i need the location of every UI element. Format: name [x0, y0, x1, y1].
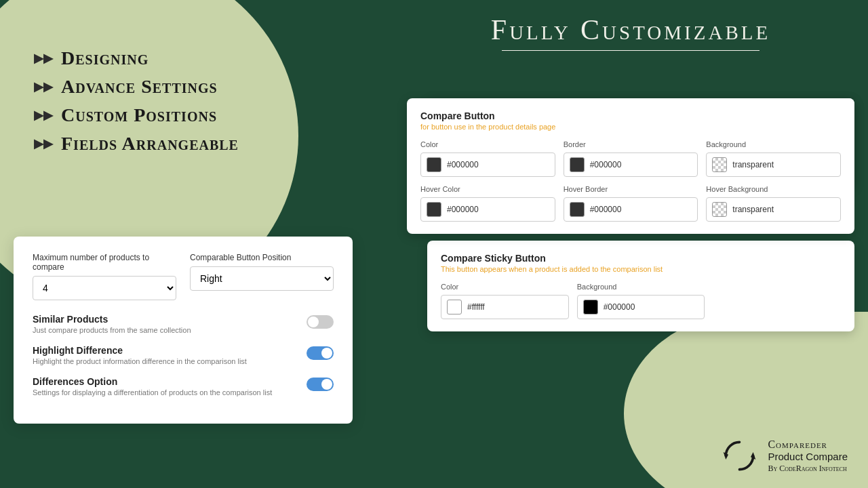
logo-product: Product Compare: [768, 451, 848, 462]
feature-label-1: Designing: [61, 47, 149, 69]
sticky-color-fields: Color #ffffff Background #000000: [441, 283, 841, 319]
btn-border-input[interactable]: #000000: [564, 152, 698, 177]
toggle-thumb-3: [321, 379, 332, 390]
button-position-select[interactable]: Right Left Center: [190, 266, 334, 291]
btn-color-value: #000000: [447, 160, 479, 169]
feature-label-2: Advance Settings: [61, 76, 218, 98]
btn-hover-color-value: #000000: [447, 205, 479, 214]
toggle-row-3: Differences Option Settings for displayi…: [33, 376, 334, 396]
max-products-label: Maximum number of products to compare: [33, 253, 176, 272]
sticky-placeholder-field: [713, 283, 841, 319]
feature-item-1: ▶▶ Designing: [34, 47, 339, 69]
button-panel-title: Compare Button: [420, 110, 841, 121]
sticky-bg-label: Background: [577, 283, 705, 291]
btn-hover-border-field: Hover Border #000000: [564, 185, 698, 222]
toggle-desc-3: Settings for displaying a differentiatio…: [33, 388, 272, 396]
btn-color-field: Color #000000: [420, 140, 555, 177]
btn-color-swatch: [427, 157, 441, 172]
btn-hover-bg-value: transparent: [732, 205, 774, 214]
button-color-row-1: Color #000000 Border #000000 Background: [420, 140, 841, 177]
btn-hover-color-label: Hover Color: [420, 185, 555, 193]
btn-color-input[interactable]: #000000: [420, 152, 555, 177]
sticky-color-label: Color: [441, 283, 569, 291]
btn-hover-color-input[interactable]: #000000: [420, 197, 555, 222]
button-color-row-2: Hover Color #000000 Hover Border #000000…: [420, 185, 841, 222]
btn-hover-border-swatch: [570, 202, 585, 217]
toggle-title-1: Similar Products: [33, 314, 191, 325]
max-products-select[interactable]: 4 3 5: [33, 276, 176, 300]
compare-sticky-panel: Compare Sticky Button This button appear…: [427, 241, 854, 331]
button-position-label: Comparable Button Position: [190, 253, 334, 262]
btn-border-swatch: [570, 157, 585, 172]
sticky-bg-field: Background #000000: [577, 283, 705, 319]
right-section: Fully Customizable Compare Checkbox for …: [393, 0, 868, 488]
toggle-info-1: Similar Products Just compare products f…: [33, 314, 191, 334]
toggle-track-1: [307, 315, 334, 329]
toggle-2[interactable]: [307, 346, 334, 360]
toggle-desc-1: Just compare products from the same coll…: [33, 326, 191, 334]
arrow-icon-1: ▶▶: [34, 51, 53, 66]
toggle-track-3: [307, 378, 334, 391]
btn-hover-bg-field: Hover Background transparent: [706, 185, 841, 222]
btn-hover-color-field: Hover Color #000000: [420, 185, 555, 222]
sticky-color-value: #ffffff: [467, 302, 485, 312]
btn-border-label: Border: [564, 140, 698, 148]
btn-bg-field: Background transparent: [706, 140, 841, 177]
btn-hover-bg-input[interactable]: transparent: [706, 197, 841, 222]
btn-bg-input[interactable]: transparent: [706, 152, 841, 177]
logo-text: Compareder Product Compare By CodeRagon …: [768, 439, 848, 474]
toggle-row-2: Highlight Difference Highlight the produ…: [33, 345, 334, 365]
settings-card: Maximum number of products to compare 4 …: [14, 237, 353, 424]
toggle-title-3: Differences Option: [33, 376, 272, 387]
compare-button-panel: Compare Button for button use in the pro…: [407, 98, 854, 234]
btn-border-field: Border #000000: [564, 140, 698, 177]
feature-item-3: ▶▶ Custom Positions: [34, 104, 339, 126]
toggle-3[interactable]: [307, 378, 334, 391]
sticky-color-swatch: [447, 300, 462, 314]
arrow-icon-3: ▶▶: [34, 108, 53, 123]
toggle-desc-2: Highlight the product information differ…: [33, 357, 247, 365]
logo-area: Compareder Product Compare By CodeRagon …: [721, 437, 848, 474]
feature-item-2: ▶▶ Advance Settings: [34, 76, 339, 98]
btn-hover-border-input[interactable]: #000000: [564, 197, 698, 222]
arrow-icon-2: ▶▶: [34, 79, 53, 94]
sticky-color-input[interactable]: #ffffff: [441, 295, 569, 319]
sticky-panel-subtitle: This button appears when a product is ad…: [441, 265, 841, 273]
settings-top-row: Maximum number of products to compare 4 …: [33, 253, 334, 300]
toggle-info-2: Highlight Difference Highlight the produ…: [33, 345, 247, 365]
max-products-field: Maximum number of products to compare 4 …: [33, 253, 176, 300]
main-title: Fully Customizable: [407, 14, 854, 46]
btn-bg-label: Background: [706, 140, 841, 148]
logo-icon: [721, 437, 758, 474]
feature-label-4: Fields Arrangeable: [61, 133, 239, 155]
title-underline: [502, 50, 760, 51]
sticky-bg-input[interactable]: #000000: [577, 295, 705, 319]
logo-by: By CodeRagon Infotech: [768, 464, 848, 474]
button-panel-subtitle: for button use in the product details pa…: [420, 123, 841, 131]
sticky-bg-value: #000000: [604, 302, 635, 312]
sticky-color-field: Color #ffffff: [441, 283, 569, 319]
feature-list: ▶▶ Designing ▶▶ Advance Settings ▶▶ Cust…: [34, 47, 339, 155]
btn-hover-color-swatch: [427, 202, 441, 217]
toggle-info-3: Differences Option Settings for displayi…: [33, 376, 272, 396]
toggle-title-2: Highlight Difference: [33, 345, 247, 356]
btn-hover-bg-swatch: [712, 202, 727, 217]
button-position-field: Comparable Button Position Right Left Ce…: [190, 253, 334, 291]
logo-brand: Compareder: [768, 439, 848, 451]
btn-hover-border-label: Hover Border: [564, 185, 698, 193]
sticky-bg-swatch: [583, 300, 598, 314]
toggle-thumb-1: [308, 317, 319, 327]
toggle-1[interactable]: [307, 315, 334, 329]
btn-bg-value: transparent: [732, 160, 774, 169]
sticky-panel-title: Compare Sticky Button: [441, 253, 841, 264]
left-panel: ▶▶ Designing ▶▶ Advance Settings ▶▶ Cust…: [0, 0, 366, 488]
arrow-icon-4: ▶▶: [34, 136, 53, 151]
btn-border-value: #000000: [590, 160, 622, 169]
btn-hover-bg-label: Hover Background: [706, 185, 841, 193]
btn-color-label: Color: [420, 140, 555, 148]
toggle-track-2: [307, 346, 334, 360]
btn-hover-border-value: #000000: [590, 205, 622, 214]
btn-bg-swatch: [712, 157, 727, 172]
panels-container: Compare Checkbox for checkbox use in the…: [407, 98, 854, 331]
feature-item-4: ▶▶ Fields Arrangeable: [34, 133, 339, 155]
